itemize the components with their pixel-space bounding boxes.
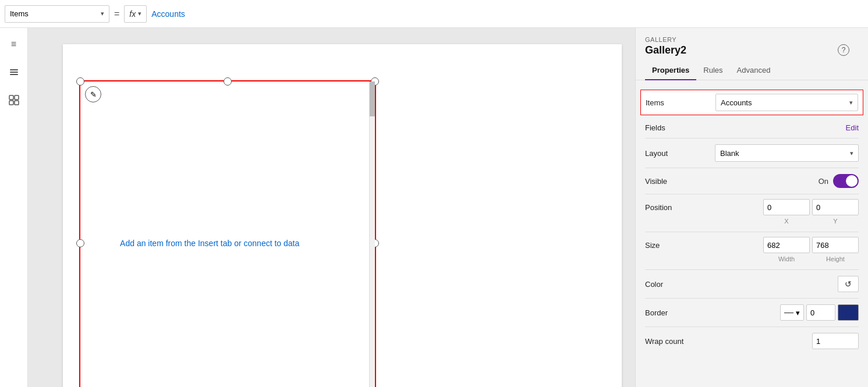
size-bottom-row: Width Height [645,255,859,265]
coord-labels: X Y [763,218,859,227]
fields-label: Fields [645,123,715,132]
color-label: Color [645,280,715,289]
svg-rect-4 [15,95,19,100]
wrap-count-input[interactable] [812,333,859,349]
border-color-swatch[interactable] [838,304,859,321]
equals-sign: = [112,9,122,19]
fx-label: fx [129,9,136,19]
formula-value: Accounts [149,9,185,19]
handle-top-center[interactable] [224,77,232,86]
panel-content: Items Accounts ▾ Fields Edit Layout [636,80,868,362]
insert-icon[interactable] [5,91,23,109]
formula-bar: Items ▾ = fx ▾ Accounts [0,0,868,28]
position-row: Position X Y [645,194,859,232]
layout-row: Layout Blank ▾ [645,139,859,168]
layout-value: Blank [720,149,739,158]
position-bottom-row: X Y [645,218,859,227]
layout-dropdown-container: Blank ▾ [715,144,859,162]
fields-edit-link[interactable]: Edit [846,123,859,132]
gallery-scrollbar-thumb [370,81,375,116]
border-style-dropdown[interactable]: — ▾ [780,304,804,321]
size-labels: Width Height [763,255,859,265]
gallery-scrollbar[interactable] [369,81,375,387]
color-picker-icon: ↺ [845,279,852,289]
tab-advanced[interactable]: Advanced [730,61,778,80]
position-label: Position [645,203,715,212]
main-area: ≡ [0,28,868,387]
items-row: Items Accounts ▾ [640,90,863,115]
items-value-text: Accounts [721,98,752,107]
gallery-control[interactable]: ✎ Add an item from the Insert tab or con… [79,80,376,387]
handle-middle-left[interactable] [76,239,84,247]
wrap-count-row: Wrap count [645,327,859,355]
gallery-edit-icon[interactable]: ✎ [85,86,101,102]
border-line: — [784,307,793,318]
color-picker-button[interactable]: ↺ [838,276,859,292]
items-dropdown-chevron: ▾ [101,10,104,17]
size-inputs [763,237,859,253]
panel-tabs: Properties Rules Advanced [636,61,868,80]
hamburger-menu-icon[interactable]: ≡ [5,35,23,54]
size-label: Size [645,241,715,250]
fields-row: Fields Edit [645,118,859,139]
svg-rect-0 [10,69,18,70]
layout-dropdown[interactable]: Blank ▾ [715,144,859,162]
items-dropdown-value: Items [10,9,29,18]
tab-properties[interactable]: Properties [645,61,696,80]
fx-button[interactable]: fx ▾ [124,5,147,23]
size-height-input[interactable] [812,237,859,253]
right-panel: GALLERY Gallery2 ? Properties Rules Adva… [635,28,868,387]
width-label: Width [763,255,810,262]
fx-chevron: ▾ [138,10,141,17]
position-inputs [763,199,859,215]
panel-title: Gallery2 [645,44,686,56]
visible-label: Visible [645,177,715,186]
size-row: Size Width Height [645,232,859,270]
svg-rect-2 [10,74,18,75]
visible-toggle[interactable] [833,174,859,188]
color-row: Color ↺ [645,270,859,299]
position-top-row: Position [645,199,859,215]
items-value-container: Accounts ▾ [715,94,858,111]
artboard: ✎ Add an item from the Insert tab or con… [63,44,622,387]
panel-section-label: GALLERY [645,36,686,43]
layout-label: Layout [645,149,715,158]
border-width-input[interactable] [806,304,835,321]
size-top-row: Size [645,237,859,253]
border-style-chevron: ▾ [796,308,800,317]
gallery-empty-text: Add an item from the Insert tab or conne… [120,239,299,248]
items-label: Items [646,98,715,107]
border-row: Border — ▾ [645,299,859,327]
left-sidebar: ≡ [0,28,28,387]
position-x-input[interactable] [763,199,810,215]
size-width-input[interactable] [763,237,810,253]
layout-chevron: ▾ [850,150,853,157]
visible-on-label: On [819,177,828,186]
panel-header-row: GALLERY Gallery2 ? [645,36,859,56]
position-y-input[interactable] [812,199,859,215]
items-dropdown-chevron2: ▾ [849,99,853,106]
handle-top-left[interactable] [76,77,84,86]
x-axis-label: X [763,218,810,225]
svg-rect-6 [15,101,19,105]
svg-rect-5 [9,101,13,105]
toggle-thumb [846,175,858,187]
layers-icon[interactable] [5,63,23,81]
border-label: Border [645,308,715,317]
svg-rect-1 [10,72,18,73]
canvas-area: ✎ Add an item from the Insert tab or con… [28,28,635,387]
panel-help-icon[interactable]: ? [838,44,849,56]
height-label: Height [812,255,859,262]
y-axis-label: Y [812,218,859,225]
border-controls: — ▾ [780,304,859,321]
visible-row: Visible On [645,168,859,194]
svg-rect-3 [9,95,13,100]
items-value-dropdown[interactable]: Accounts ▾ [715,94,858,111]
wrap-count-label: Wrap count [645,337,715,346]
items-dropdown[interactable]: Items ▾ [5,5,109,23]
tab-rules[interactable]: Rules [696,61,729,80]
panel-header: GALLERY Gallery2 ? [636,28,868,61]
